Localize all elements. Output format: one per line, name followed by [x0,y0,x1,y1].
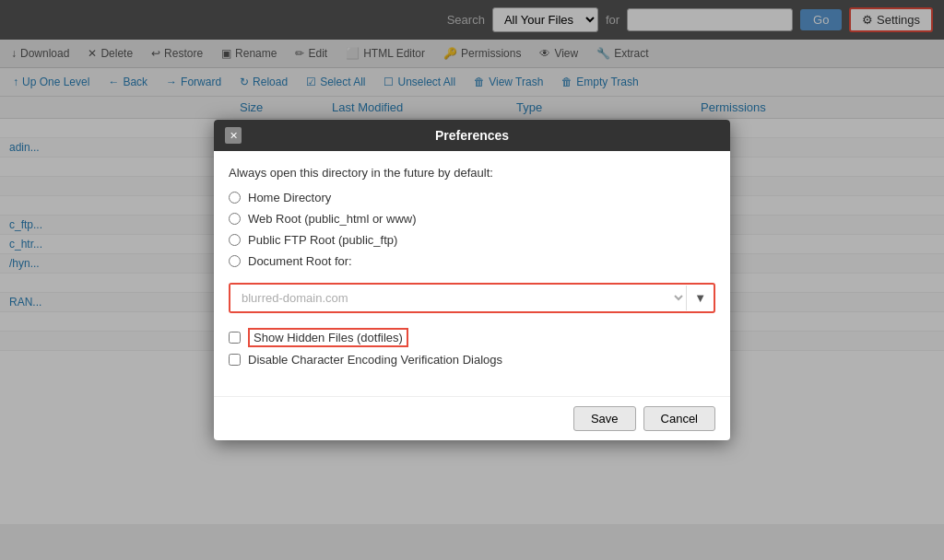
radio-home-directory[interactable]: Home Directory [229,191,715,204]
radio-webroot-label: Web Root (public_html or www) [248,212,417,226]
radio-ftp-root[interactable]: Public FTP Root (public_ftp) [229,233,715,247]
modal-close-button[interactable]: ✕ [225,127,242,144]
radio-home-label: Home Directory [248,191,331,204]
show-hidden-label: Show Hidden Files (dotfiles) [248,328,408,347]
radio-ftproot-input[interactable] [229,234,241,246]
modal-footer: Save Cancel [214,396,730,440]
radio-docroot-label: Document Root for: [248,254,352,268]
save-button[interactable]: Save [573,406,636,431]
doc-root-select-wrap: blurred-domain.com ▼ [229,283,715,313]
disable-encoding-label: Disable Character Encoding Verification … [248,353,502,367]
disable-encoding-option[interactable]: Disable Character Encoding Verification … [229,353,715,367]
radio-web-root[interactable]: Web Root (public_html or www) [229,212,715,226]
radio-docroot-input[interactable] [229,255,241,267]
show-hidden-files-option[interactable]: Show Hidden Files (dotfiles) [229,328,715,347]
radio-ftproot-label: Public FTP Root (public_ftp) [248,233,397,247]
cancel-button[interactable]: Cancel [643,406,715,431]
modal-question: Always open this directory in the future… [229,166,715,180]
radio-doc-root[interactable]: Document Root for: [229,254,715,268]
modal-overlay: ✕ Preferences Always open this directory… [0,0,944,560]
show-hidden-checkbox[interactable] [229,332,241,344]
modal-title-bar: ✕ Preferences [214,120,730,151]
radio-webroot-input[interactable] [229,213,241,225]
modal-title: Preferences [435,128,509,143]
disable-encoding-checkbox[interactable] [229,354,241,366]
modal-body: Always open this directory in the future… [214,151,730,396]
doc-root-select[interactable]: blurred-domain.com [230,285,686,311]
checkbox-group: Show Hidden Files (dotfiles) Disable Cha… [229,328,715,367]
chevron-down-icon: ▼ [686,286,714,310]
preferences-modal: ✕ Preferences Always open this directory… [214,120,730,440]
radio-home-input[interactable] [229,192,241,204]
radio-group: Home Directory Web Root (public_html or … [229,191,715,268]
